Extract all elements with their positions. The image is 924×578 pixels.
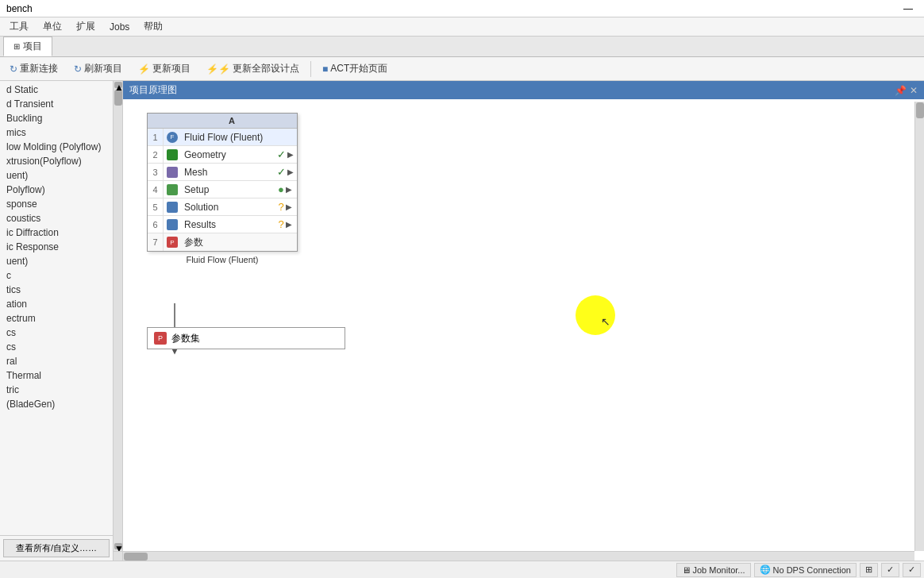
sidebar-item-22[interactable]: (BladeGen)	[0, 397, 113, 411]
btn-view-all[interactable]: 查看所有/自定义……	[3, 539, 110, 557]
sidebar-item-11[interactable]: ic Response	[0, 240, 113, 254]
close-icon[interactable]: ✕	[910, 85, 918, 96]
row-num-1: 1	[148, 129, 164, 145]
btn-update-all[interactable]: ⚡⚡ 更新全部设计点	[200, 60, 306, 77]
row-icon-2	[164, 146, 181, 163]
row-icon-4	[164, 181, 181, 198]
sidebar-item-20[interactable]: Thermal	[0, 368, 113, 383]
sidebar: d Static d Transient Buckling mics low M…	[0, 81, 123, 561]
mesh-icon	[167, 167, 178, 178]
setup-icon	[167, 184, 178, 195]
btn-update[interactable]: ⚡ 更新项目	[132, 60, 197, 77]
sidebar-item-3[interactable]: mics	[0, 125, 113, 140]
toolbar-separator	[310, 61, 311, 77]
check-icon-3: ✓	[277, 166, 286, 178]
col-header-a: A	[170, 115, 294, 126]
workflow-row-6[interactable]: 6 Results ? ▶	[148, 216, 297, 233]
row-label-5: Solution	[181, 202, 273, 213]
tab-label: 项目	[23, 40, 42, 53]
menu-help[interactable]: 帮助	[137, 18, 169, 35]
tab-project[interactable]: ⊞ 项目	[3, 37, 52, 56]
param-icon: P	[167, 237, 178, 248]
scroll-down-arrow[interactable]: ▼	[114, 543, 122, 549]
minimize-btn[interactable]: —	[899, 3, 918, 14]
workflow-row-3[interactable]: 3 Mesh ✓ ▶	[148, 164, 297, 181]
no-dps-label: No DPS Connection	[773, 565, 851, 575]
sidebar-item-7[interactable]: Polyflow)	[0, 183, 113, 197]
workflow-row-4[interactable]: 4 Setup ● ▶	[148, 181, 297, 198]
sidebar-item-12[interactable]: uent)	[0, 254, 113, 268]
sidebar-item-16[interactable]: ectrum	[0, 311, 113, 326]
sidebar-item-15[interactable]: ation	[0, 297, 113, 311]
row-icon-5	[164, 198, 181, 215]
mouse-cursor: ↖	[601, 315, 610, 328]
status-check-2[interactable]: ✓	[903, 563, 921, 577]
scroll-corner	[114, 551, 122, 561]
row-icon-3	[164, 164, 181, 180]
status-no-dps[interactable]: 🌐 No DPS Connection	[754, 563, 857, 577]
status-job-monitor[interactable]: 🖥 Job Monitor...	[676, 563, 751, 577]
workflow-row-7[interactable]: 7 P 参数	[148, 233, 297, 251]
fluent-icon: F	[167, 132, 178, 143]
sidebar-item-4[interactable]: low Molding (Polyflow)	[0, 140, 113, 154]
sidebar-item-10[interactable]: ic Diffraction	[0, 225, 113, 240]
sidebar-item-6[interactable]: uent)	[0, 168, 113, 183]
title-bar: bench —	[0, 0, 924, 17]
canvas-area: 项目原理图 📌 ✕ A 1 F	[123, 81, 924, 561]
question-icon-5: ?	[278, 201, 283, 213]
menu-units[interactable]: 单位	[37, 18, 68, 35]
sidebar-item-19[interactable]: ral	[0, 354, 113, 368]
row-num-7: 7	[148, 233, 164, 251]
canvas-scroll-thumb-v[interactable]	[916, 102, 924, 118]
sidebar-item-21[interactable]: tric	[0, 383, 113, 397]
row-num-6: 6	[148, 216, 164, 233]
row-label-1: Fluid Flow (Fluent)	[181, 132, 297, 143]
sidebar-item-1[interactable]: d Transient	[0, 97, 113, 111]
status-check-1[interactable]: ✓	[881, 563, 899, 577]
workflow-row-1[interactable]: 1 F Fluid Flow (Fluent)	[148, 129, 297, 146]
act-icon: ■	[322, 64, 328, 75]
sidebar-content: d Static d Transient Buckling mics low M…	[0, 81, 113, 535]
row-icon-1: F	[164, 129, 181, 145]
status-grid[interactable]: ⊞	[860, 563, 878, 577]
check-icon-status-2: ✓	[908, 565, 915, 575]
sidebar-item-2[interactable]: Buckling	[0, 111, 113, 125]
btn-act[interactable]: ■ ACT开始页面	[316, 60, 394, 77]
sidebar-item-18[interactable]: cs	[0, 340, 113, 354]
btn-refresh[interactable]: ↻ 刷新项目	[67, 60, 129, 77]
sidebar-item-17[interactable]: cs	[0, 326, 113, 340]
sidebar-item-5[interactable]: xtrusion(Polyflow)	[0, 154, 113, 168]
canvas-scrollbar-v[interactable]	[914, 102, 924, 551]
app-title: bench	[6, 3, 33, 14]
sidebar-scrollbar[interactable]: ▲ ▼	[113, 81, 122, 561]
solution-icon	[167, 202, 178, 213]
row-label-6: Results	[181, 219, 273, 230]
workflow-row-2[interactable]: 2 Geometry ✓ ▶	[148, 146, 297, 164]
dps-icon: 🌐	[760, 565, 771, 575]
pin-icon[interactable]: 📌	[895, 85, 907, 96]
canvas-scroll-thumb-h[interactable]	[124, 553, 148, 561]
workflow-header: A	[148, 114, 297, 129]
row-num-4: 4	[148, 181, 164, 198]
menu-jobs[interactable]: Jobs	[103, 20, 136, 34]
row-label-2: Geometry	[181, 149, 273, 160]
sidebar-item-0[interactable]: d Static	[0, 83, 113, 97]
menu-tools[interactable]: 工具	[3, 18, 35, 35]
row-status-4: ● ▶	[273, 183, 297, 195]
sidebar-item-9[interactable]: coustics	[0, 211, 113, 225]
sidebar-item-14[interactable]: tics	[0, 283, 113, 297]
param-block[interactable]: P 参数集	[147, 327, 345, 349]
sidebar-footer: 查看所有/自定义……	[0, 535, 113, 561]
grid-icon: ⊞	[865, 565, 872, 575]
param-block-label: 参数集	[171, 332, 200, 345]
workflow-row-5[interactable]: 5 Solution ? ▶	[148, 198, 297, 216]
canvas-scrollbar-h[interactable]	[123, 551, 914, 561]
results-icon	[167, 219, 178, 230]
sidebar-item-8[interactable]: sponse	[0, 197, 113, 211]
sidebar-item-13[interactable]: c	[0, 268, 113, 283]
check-icon-2: ✓	[277, 148, 286, 160]
btn-reconnect[interactable]: ↻ 重新连接	[3, 60, 64, 77]
scroll-up-arrow[interactable]: ▲	[114, 82, 122, 88]
menu-extend[interactable]: 扩展	[70, 18, 102, 35]
menu-bar: 工具 单位 扩展 Jobs 帮助	[0, 17, 924, 37]
